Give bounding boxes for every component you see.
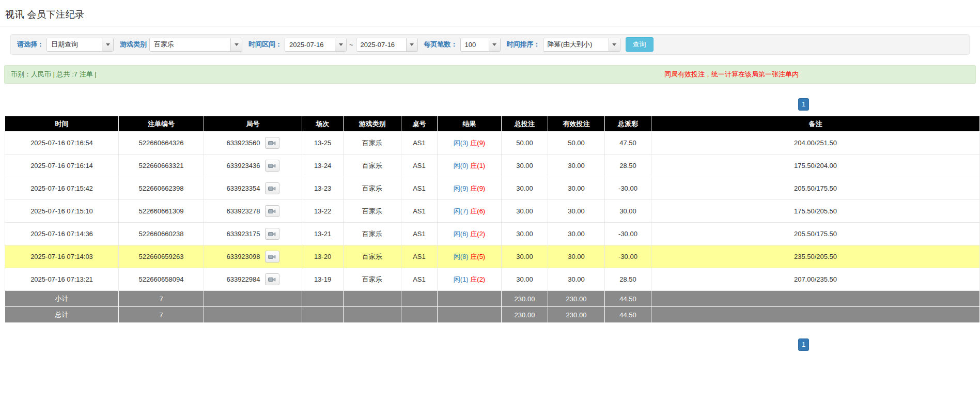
cell-valid-bet: 30.00 xyxy=(548,268,605,291)
date-from-input[interactable] xyxy=(285,38,335,51)
per-page-input[interactable] xyxy=(461,38,489,51)
footer-cell: 总计 xyxy=(5,307,119,323)
cell-total-bet[interactable]: 50.00 xyxy=(502,132,548,155)
column-header: 局号 xyxy=(204,116,302,132)
column-header: 时间 xyxy=(5,116,119,132)
video-replay-icon xyxy=(268,140,276,146)
table-row: 2025-07-16 07:16:14522660663321633923436… xyxy=(5,155,980,177)
date-to-picker[interactable] xyxy=(356,38,418,52)
column-header: 注单编号 xyxy=(119,116,204,132)
cell-round: 633923278 xyxy=(204,200,302,223)
bet-table-body: 2025-07-16 07:16:54522660664326633923560… xyxy=(5,132,980,323)
footer-cell xyxy=(438,291,502,307)
table-row: 2025-07-16 07:14:36522660660238633923175… xyxy=(5,223,980,245)
column-header: 总派彩 xyxy=(605,116,651,132)
video-replay-button[interactable] xyxy=(265,182,279,194)
cell-game-type: 百家乐 xyxy=(344,223,401,245)
search-button[interactable]: 查询 xyxy=(626,37,654,52)
bet-table-head: 时间注单编号局号场次游戏类别桌号结果总投注有效投注总派彩备注 xyxy=(5,116,980,132)
sort-input[interactable] xyxy=(543,38,609,51)
cell-payout: 30.00 xyxy=(605,200,651,223)
result-player: 闲(3) xyxy=(454,139,469,147)
result-player: 闲(7) xyxy=(454,207,469,215)
cell-round: 633923560 xyxy=(204,132,302,155)
cell-time: 2025-07-16 07:15:42 xyxy=(5,177,119,200)
sort-label: 时间排序： xyxy=(507,40,540,49)
date-from-picker[interactable] xyxy=(285,38,347,52)
pagination-page-1[interactable]: 1 xyxy=(798,338,809,351)
cell-total-bet[interactable]: 30.00 xyxy=(502,223,548,245)
cell-result: 闲(9) 庄(9) xyxy=(438,177,502,200)
game-type-select[interactable] xyxy=(149,38,242,52)
result-player: 闲(1) xyxy=(454,275,469,283)
cell-game-type: 百家乐 xyxy=(344,268,401,291)
result-banker: 庄(2) xyxy=(470,230,485,238)
result-player: 闲(0) xyxy=(454,162,469,170)
footer-cell: 230.00 xyxy=(502,291,548,307)
video-replay-button[interactable] xyxy=(265,273,279,285)
video-replay-button[interactable] xyxy=(265,251,279,263)
footer-cell xyxy=(401,307,438,323)
per-page-select[interactable] xyxy=(460,38,501,52)
cell-result: 闲(6) 庄(2) xyxy=(438,223,502,245)
cell-total-bet[interactable]: 30.00 xyxy=(502,268,548,291)
video-replay-icon xyxy=(268,163,276,169)
video-replay-icon xyxy=(268,186,276,192)
cell-valid-bet: 30.00 xyxy=(548,177,605,200)
chevron-down-icon[interactable] xyxy=(609,38,620,51)
cell-bet-id: 522660663321 xyxy=(119,155,204,177)
chevron-down-icon[interactable] xyxy=(102,38,113,51)
cell-session: 13-23 xyxy=(302,177,344,200)
cell-game-type: 百家乐 xyxy=(344,155,401,177)
cell-payout: -30.00 xyxy=(605,177,651,200)
footer-cell xyxy=(651,291,980,307)
cell-game-type: 百家乐 xyxy=(344,245,401,268)
cell-time: 2025-07-16 07:14:03 xyxy=(5,245,119,268)
pagination-bottom: 1 xyxy=(0,338,980,351)
cell-result: 闲(7) 庄(6) xyxy=(438,200,502,223)
footer-cell: 7 xyxy=(119,307,204,323)
cell-round: 633922984 xyxy=(204,268,302,291)
chevron-down-icon xyxy=(612,43,616,46)
chevron-down-icon[interactable] xyxy=(335,38,346,51)
video-replay-button[interactable] xyxy=(265,160,279,172)
table-row: 2025-07-16 07:13:21522660658094633922984… xyxy=(5,268,980,291)
query-type-select[interactable] xyxy=(46,38,114,52)
footer-cell: 44.50 xyxy=(605,291,651,307)
cell-result: 闲(1) 庄(2) xyxy=(438,268,502,291)
footer-cell: 7 xyxy=(119,291,204,307)
cell-total-bet[interactable]: 30.00 xyxy=(502,200,548,223)
cell-valid-bet: 30.00 xyxy=(548,155,605,177)
cell-total-bet[interactable]: 30.00 xyxy=(502,177,548,200)
cell-note: 175.50/204.00 xyxy=(651,155,980,177)
pagination-page-1[interactable]: 1 xyxy=(798,98,809,111)
query-type-input[interactable] xyxy=(47,38,102,51)
chevron-down-icon[interactable] xyxy=(406,38,417,51)
cell-payout: 47.50 xyxy=(605,132,651,155)
chevron-down-icon[interactable] xyxy=(489,38,500,51)
result-banker: 庄(9) xyxy=(470,139,485,147)
cell-total-bet[interactable]: 30.00 xyxy=(502,245,548,268)
cell-bet-id: 522660659263 xyxy=(119,245,204,268)
table-row: 2025-07-16 07:16:54522660664326633923560… xyxy=(5,132,980,155)
cell-session: 13-25 xyxy=(302,132,344,155)
result-player: 闲(8) xyxy=(454,253,469,260)
game-type-input[interactable] xyxy=(150,38,230,51)
sort-select[interactable] xyxy=(543,38,620,52)
video-replay-button[interactable] xyxy=(265,228,279,240)
video-replay-icon xyxy=(268,276,276,283)
cell-note: 205.50/175.50 xyxy=(651,223,980,245)
table-row: 2025-07-16 07:15:10522660661309633923278… xyxy=(5,200,980,223)
cell-total-bet[interactable]: 30.00 xyxy=(502,155,548,177)
video-replay-button[interactable] xyxy=(265,137,279,149)
video-replay-icon xyxy=(268,208,276,214)
cell-payout: -30.00 xyxy=(605,223,651,245)
chevron-down-icon[interactable] xyxy=(230,38,242,51)
cell-payout: 28.50 xyxy=(605,155,651,177)
result-banker: 庄(2) xyxy=(470,275,485,283)
round-number: 633923354 xyxy=(226,184,260,192)
video-replay-button[interactable] xyxy=(265,205,279,217)
date-to-input[interactable] xyxy=(356,38,406,51)
footer-cell: 小计 xyxy=(5,291,119,307)
footer-cell xyxy=(401,291,438,307)
